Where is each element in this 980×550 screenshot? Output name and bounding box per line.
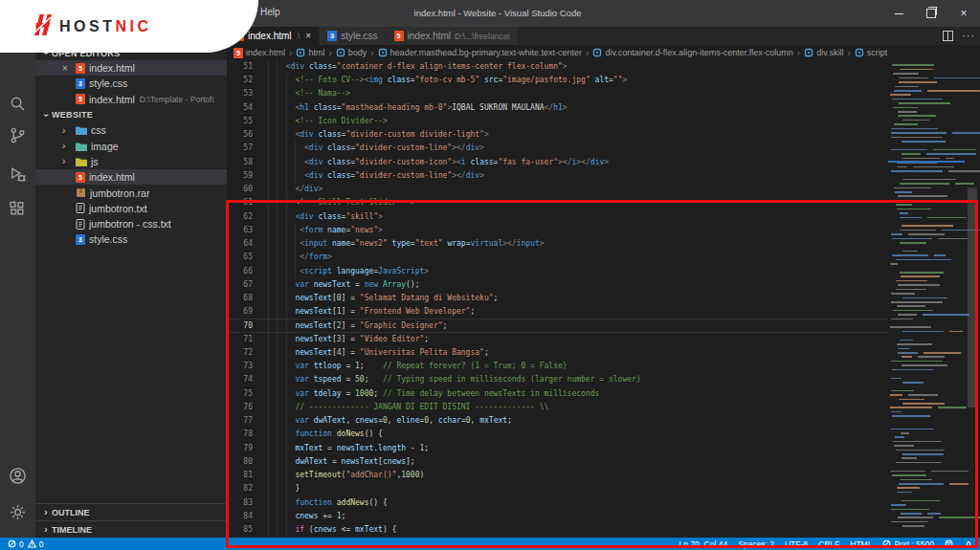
code-line-61[interactable]: 61<!-- Skill Text Slider --> (227, 196, 888, 209)
tab-close-icon[interactable]: × (305, 32, 311, 41)
minimap-code-segment (901, 513, 922, 515)
code-line-77[interactable]: 77var dwAText, cnews=0, eline=0, cchar=0… (227, 414, 888, 428)
minimap-code-segment (893, 107, 918, 109)
status-utf-8[interactable]: UTF-8 (785, 539, 808, 549)
split-editor-button[interactable] (943, 31, 953, 41)
breadcrumb-item-html[interactable]: html (296, 48, 324, 57)
status-bell[interactable] (964, 539, 972, 548)
code-line-76[interactable]: 76// ------------- JANGAN DI EDIT DISINI… (227, 401, 888, 414)
file-item-js[interactable]: ›js (35, 154, 227, 169)
code-line-74[interactable]: 74var tspeed = 50; // Typing speed in mi… (227, 373, 888, 386)
code-editor[interactable]: 51<div class="container d-flex align-ite… (227, 60, 980, 538)
code-line-55[interactable]: 55<!-- Icon Divider--> (227, 115, 888, 128)
breadcrumb-item-div.container.d-flex.align-items-center.flex-column[interactable]: div.container.d-flex.align-items-center.… (592, 48, 792, 57)
file-item-image[interactable]: ›image (35, 138, 227, 153)
account-icon[interactable] (9, 467, 27, 485)
open-editor-style.css[interactable]: 3style.css (35, 76, 227, 91)
chevron-right-icon[interactable]: › (62, 156, 76, 166)
code-line-72[interactable]: 72newsText[4] = "Universitas Pelita Bang… (227, 346, 888, 360)
outline-section-header[interactable]: › OUTLINE (35, 503, 227, 520)
breadcrumb-item-header.masthead.bg-primary.text-white.text-center[interactable]: header.masthead.bg-primary.text-white.te… (378, 48, 582, 57)
code-line-82[interactable]: 82} (227, 482, 888, 495)
tab-style.css[interactable]: 3style.css (320, 27, 386, 45)
file-item-jumbotron.txt[interactable]: jumbotron.txt (35, 201, 227, 216)
code-line-70[interactable]: 70newsText[2] = "Graphic Designer"; (227, 319, 888, 332)
status-crlf[interactable]: CRLF (818, 539, 839, 549)
status-feedback[interactable] (945, 539, 953, 548)
indent-guide (277, 251, 278, 264)
chevron-right-icon[interactable]: › (62, 141, 76, 151)
menu-help[interactable]: Help (260, 7, 280, 17)
extensions-icon[interactable] (9, 200, 27, 218)
code-line-66[interactable]: 66<script language=JavaScript> (227, 265, 888, 278)
open-editor-index.html[interactable]: 5index.htmlD:\Template - Portofolio... (35, 92, 227, 107)
code-line-56[interactable]: 56<div class="divider-custom divider-lig… (227, 128, 888, 142)
code-line-58[interactable]: 58<div class="divider-custom-icon"><i cl… (227, 156, 888, 169)
status-ln-70-col-44[interactable]: Ln 70, Col 44 (679, 539, 728, 549)
file-item-index.html[interactable]: 5index.html (35, 169, 227, 185)
file-item-style.css[interactable]: 3style.css (35, 231, 227, 247)
code-line-63[interactable]: 63<form name="news"> (227, 224, 888, 237)
code-line-54[interactable]: 54<h1 class="masthead-heading mb-0">IQBA… (227, 101, 888, 115)
breadcrumb-item-index.html[interactable]: 5index.html (234, 48, 285, 58)
code-line-62[interactable]: 62<div class="skill"> (227, 210, 888, 224)
code-line-83[interactable]: 83function addNews() { (227, 496, 888, 510)
source-control-icon[interactable] (9, 126, 27, 144)
search-icon[interactable] (9, 95, 27, 113)
code-line-85[interactable]: 85if (cnews <= mxText) { (227, 523, 888, 537)
problems-errors[interactable]: 0 (8, 539, 24, 549)
indent-guide (277, 305, 278, 319)
file-item-jumbotron.rar[interactable]: jumbotron.rar (35, 185, 227, 200)
code-line-69[interactable]: 69newsText[1] = "Frontend Web Developer"… (227, 305, 888, 319)
code-line-67[interactable]: 67var newsText = new Array(); (227, 278, 888, 292)
breadcrumb-item-div.skill[interactable]: div.skill (804, 48, 843, 57)
restore-button[interactable] (915, 0, 947, 27)
chevron-right-icon[interactable]: › (62, 125, 76, 136)
minimize-button[interactable] (882, 0, 915, 27)
close-editor-icon[interactable]: × (62, 63, 76, 74)
breadcrumb-separator: › (848, 48, 851, 58)
file-item-jumbotron - css.txt[interactable]: jumbotron - css.txt (35, 216, 227, 231)
code-line-73[interactable]: 73var ttloop = 1; // Repeat forever? (1 … (227, 360, 888, 373)
more-actions-button[interactable]: ··· (962, 31, 975, 41)
status-spaces-2[interactable]: Spaces: 2 (738, 539, 774, 549)
code-line-84[interactable]: 84cnews += 1; (227, 510, 888, 523)
code-line-68[interactable]: 68newsText[0] = "Selamat Datang di Websi… (227, 292, 888, 305)
code-line-78[interactable]: 78function doNews() { (227, 428, 888, 441)
status-port-5500[interactable]: Port : 5500 (882, 539, 934, 549)
open-editor-index.html[interactable]: ×5index.html (35, 60, 227, 76)
run-debug-icon[interactable] (9, 165, 27, 184)
code-line-79[interactable]: 79mxText = newsText.length - 1; (227, 442, 888, 455)
breadcrumb-item-body[interactable]: body (336, 48, 368, 57)
code-line-60[interactable]: 60</div> (227, 183, 888, 196)
tab-index.html[interactable]: 5index.htmlD:\...\freelancer (387, 27, 520, 45)
code-line-71[interactable]: 71newsText[3] = "Video Editor"; (227, 333, 888, 346)
scrollbar-thumb[interactable] (968, 187, 977, 407)
code-text: <input name="news2" type="text" wrap=vir… (300, 237, 544, 251)
settings-icon[interactable] (9, 503, 27, 521)
status-html[interactable]: HTML (850, 539, 872, 549)
code-line-64[interactable]: 64<input name="news2" type="text" wrap=v… (227, 237, 888, 251)
breadcrumb-item-script[interactable]: script (855, 48, 888, 57)
code-line-53[interactable]: 53<!-- Nama--> (227, 87, 888, 100)
code-line-51[interactable]: 51<div class="container d-flex align-ite… (227, 60, 888, 74)
problems-warnings[interactable]: 0 (28, 539, 44, 549)
code-line-81[interactable]: 81setTimeout("addChar()",1000) (227, 469, 888, 482)
timeline-section-header[interactable]: › TIMELINE (35, 520, 227, 538)
code-line-57[interactable]: 57<div class="divider-custom-line"></div… (227, 142, 888, 155)
indent-guide (295, 224, 296, 237)
code-line-75[interactable]: 75var tdelay = 1000; // Time delay betwe… (227, 387, 888, 401)
minimap[interactable] (888, 60, 965, 538)
indent-guide (268, 510, 269, 523)
website-folder-header[interactable]: ›WEBSITE (35, 107, 227, 122)
minimap-code-segment (890, 394, 902, 396)
indent-guide (277, 496, 278, 510)
close-button[interactable]: × (947, 0, 980, 27)
code-line-80[interactable]: 80dwAText = newsText[cnews]; (227, 455, 888, 469)
code-text: } (295, 482, 300, 495)
code-line-65[interactable]: 65</form> (227, 251, 888, 264)
code-line-52[interactable]: 52<!-- Foto CV--><img class="foto-cv mb-… (227, 74, 888, 87)
file-item-css[interactable]: ›css (35, 122, 227, 138)
code-line-59[interactable]: 59<div class="divider-custom-line"></div… (227, 169, 888, 183)
minimap-code-segment (898, 517, 933, 518)
